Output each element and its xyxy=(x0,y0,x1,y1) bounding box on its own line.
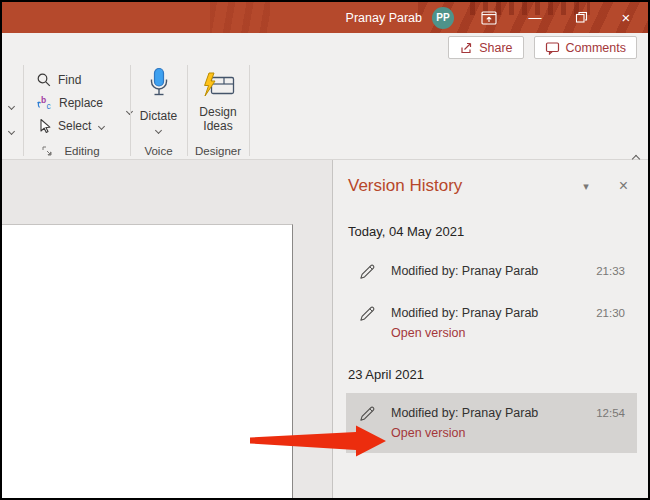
version-time: 21:33 xyxy=(596,261,625,281)
group-separator xyxy=(249,65,250,156)
version-time: 12:54 xyxy=(596,403,625,423)
pencil-icon xyxy=(358,262,378,281)
design-ideas-button[interactable]: Design Ideas xyxy=(187,64,249,157)
microphone-icon xyxy=(147,67,171,107)
share-icon xyxy=(459,41,473,55)
modified-by-text: Modified by: Pranay Parab xyxy=(391,306,538,320)
svg-text:c: c xyxy=(47,101,52,111)
group-separator xyxy=(23,65,24,156)
quick-actions-row: Share Comments xyxy=(2,33,648,62)
pencil-icon xyxy=(358,404,378,423)
titlebar-texture xyxy=(210,2,270,33)
panel-close-icon[interactable]: × xyxy=(619,178,628,194)
avatar[interactable]: PP xyxy=(432,7,454,29)
share-button[interactable]: Share xyxy=(448,36,523,59)
ribbon-display-options-icon xyxy=(481,11,497,25)
modified-by-text: Modified by: Pranay Parab xyxy=(391,264,538,278)
version-entry[interactable]: Modified by: Pranay Parab 21:33 xyxy=(346,253,637,289)
open-version-link[interactable]: Open version xyxy=(391,426,465,440)
find-button[interactable]: Find xyxy=(36,70,81,90)
design-ideas-label-2: Ideas xyxy=(203,119,232,133)
chevron-down-icon[interactable] xyxy=(9,95,14,113)
slide-canvas[interactable] xyxy=(2,224,293,498)
panel-header: Version History ▾ × xyxy=(333,160,648,196)
dictate-dropdown-icon xyxy=(155,127,162,134)
title-bar: Pranay Parab PP — × xyxy=(2,2,648,33)
svg-text:b: b xyxy=(41,95,46,105)
version-entry-highlighted[interactable]: Modified by: Pranay Parab Open version 1… xyxy=(346,393,637,453)
pencil-icon xyxy=(358,304,378,323)
version-date-heading: 23 April 2021 xyxy=(348,367,628,382)
designer-group-label: Designer xyxy=(187,145,249,157)
comment-icon xyxy=(545,41,560,55)
close-button[interactable]: × xyxy=(604,2,648,33)
workspace: Version History ▾ × Today, 04 May 2021 M… xyxy=(2,160,648,498)
replace-label: Replace xyxy=(59,96,103,110)
close-icon: × xyxy=(622,10,631,25)
modified-by-text: Modified by: Pranay Parab xyxy=(391,406,538,420)
replace-icon: b c xyxy=(36,95,53,111)
chevron-down-icon[interactable] xyxy=(9,120,14,138)
share-label: Share xyxy=(479,41,512,55)
version-date-heading: Today, 04 May 2021 xyxy=(348,224,628,239)
panel-options-dropdown-icon[interactable]: ▾ xyxy=(583,180,589,193)
replace-button[interactable]: b c Replace xyxy=(36,93,103,113)
open-version-link[interactable]: Open version xyxy=(391,326,465,340)
comments-button[interactable]: Comments xyxy=(534,36,637,59)
select-dropdown-icon xyxy=(98,122,105,129)
search-icon xyxy=(36,72,52,88)
minimize-icon: — xyxy=(529,11,542,24)
panel-title: Version History xyxy=(348,176,583,196)
ribbon: Find b c Replace Select Editing xyxy=(2,62,648,160)
find-label: Find xyxy=(58,73,81,87)
ribbon-display-options-button[interactable] xyxy=(466,2,512,33)
editing-group-label: Editing xyxy=(52,145,112,157)
select-label: Select xyxy=(58,119,91,133)
restore-button[interactable] xyxy=(558,2,604,33)
cursor-icon xyxy=(36,118,52,134)
restore-icon xyxy=(575,11,588,24)
version-history-panel: Version History ▾ × Today, 04 May 2021 M… xyxy=(332,160,648,498)
version-entry[interactable]: Modified by: Pranay Parab Open version 2… xyxy=(346,295,637,351)
powerpoint-window: Pranay Parab PP — × xyxy=(0,0,650,500)
select-button[interactable]: Select xyxy=(36,116,104,136)
voice-group-label: Voice xyxy=(130,145,187,157)
signed-in-user: Pranay Parab xyxy=(346,11,422,25)
minimize-button[interactable]: — xyxy=(512,2,558,33)
design-ideas-label-1: Design xyxy=(199,105,236,119)
dictate-button[interactable]: Dictate xyxy=(130,64,187,157)
version-time: 21:30 xyxy=(596,303,625,323)
dictate-label: Dictate xyxy=(140,109,177,123)
comments-label: Comments xyxy=(566,41,626,55)
design-ideas-icon xyxy=(200,72,236,102)
